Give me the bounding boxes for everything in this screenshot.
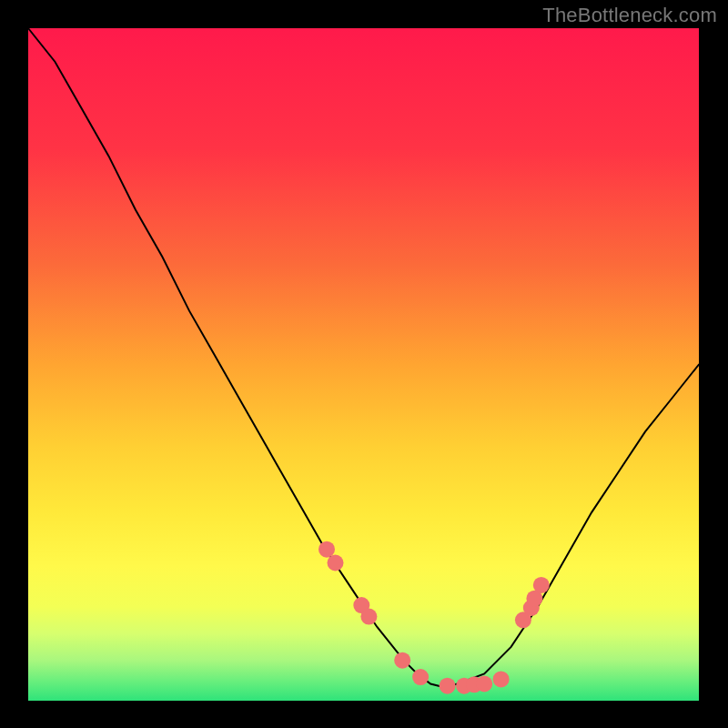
highlight-marker xyxy=(440,678,456,694)
highlight-marker xyxy=(360,609,377,625)
highlight-marker xyxy=(318,541,335,558)
chart-stage: TheBottleneck.com xyxy=(0,0,728,728)
highlight-marker xyxy=(328,555,344,571)
highlight-marker xyxy=(476,676,492,693)
highlight-marker xyxy=(493,671,510,687)
highlight-marker xyxy=(412,669,429,685)
highlight-marker xyxy=(394,652,410,669)
highlight-marker xyxy=(533,577,550,593)
attribution-label: TheBottleneck.com xyxy=(542,4,717,27)
bottleneck-plot xyxy=(0,0,728,728)
